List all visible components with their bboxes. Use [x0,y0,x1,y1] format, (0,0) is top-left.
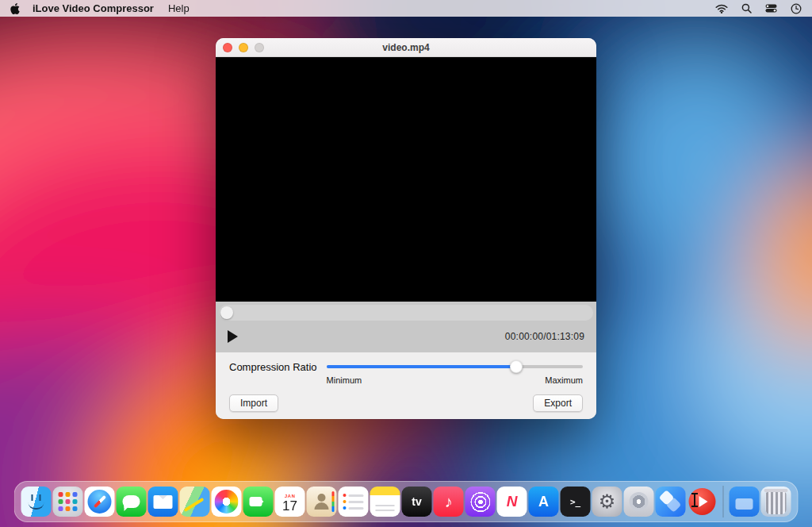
seek-bar[interactable] [219,305,593,321]
dock-podcasts-icon[interactable] [465,487,496,517]
import-button[interactable]: Import [229,394,278,412]
play-button[interactable] [228,330,238,343]
traffic-lights [216,43,264,52]
transport-row: 00:00:00/01:13:09 [216,321,596,352]
slider-labels: Minimum Maximum [327,375,583,385]
dock-messages-icon[interactable] [117,487,147,517]
person-silhouette-icon [318,494,326,502]
slider-max-label: Maximum [545,375,583,385]
menu-help[interactable]: Help [168,2,190,14]
compression-ratio-label: Compression Ratio [229,361,317,373]
dock-separator [723,486,724,517]
dock-terminal-icon[interactable]: >_ [561,487,591,517]
dock-notes-icon[interactable] [370,487,400,517]
video-camera-icon [250,497,262,506]
podcast-waves-icon [469,491,491,513]
compass-icon [88,490,112,514]
close-button[interactable] [223,43,232,52]
dock-news-icon[interactable]: N [497,487,527,517]
calendar-day: 17 [282,499,297,513]
app-window: video.mp4 00:00:00/01:13:09 Compression … [216,38,596,419]
dock-photos-icon[interactable] [212,487,242,517]
slider-min-label: Minimum [327,375,362,385]
clock-icon[interactable] [791,3,802,14]
trash-can-icon [766,492,787,514]
pinwheel-icon [215,490,239,514]
dock-video-compressor-icon[interactable] [688,487,718,517]
dock-preview-icon[interactable] [656,487,686,517]
menu-bar-status-area [715,3,802,14]
app-menu-title[interactable]: iLove Video Compressor [33,2,154,14]
slider-fill [327,365,516,368]
player-controls: 00:00:00/01:13:09 [216,302,596,352]
launchpad-grid [59,492,78,511]
calendar-month: JAN [285,494,296,498]
window-title: video.mp4 [216,42,596,53]
speech-bubble-icon [123,495,140,508]
seek-thumb[interactable] [220,306,233,319]
dock-trash-icon[interactable] [761,487,791,517]
export-button[interactable]: Export [533,394,583,412]
dock-disk-utility-icon[interactable] [624,487,654,517]
disk-icon [630,492,649,511]
compression-panel: Compression Ratio Minimum Maximum Import… [216,352,596,419]
dock-app-store-icon[interactable]: A [529,487,559,517]
dock-safari-icon[interactable] [85,487,115,517]
zoom-button[interactable] [255,43,264,52]
minimize-button[interactable] [239,43,248,52]
window-titlebar[interactable]: video.mp4 [216,38,596,57]
dock-facetime-icon[interactable] [243,487,274,517]
slider-thumb[interactable] [510,360,523,373]
control-center-icon[interactable] [765,4,777,13]
dock: JAN 17 tv ♪ N A >_ ⚙ [14,481,799,522]
video-preview [216,57,596,302]
time-display: 00:00:00/01:13:09 [505,331,584,342]
menu-bar: iLove Video Compressor Help [0,0,812,17]
dock-launchpad-icon[interactable] [53,487,83,517]
cursor-ibeam [694,493,695,507]
dock-music-icon[interactable]: ♪ [434,487,464,517]
dock-system-preferences-icon[interactable]: ⚙ [592,487,622,517]
apple-menu[interactable] [10,3,20,14]
dock-mail-icon[interactable] [148,487,178,517]
dock-contacts-icon[interactable] [307,487,337,517]
dock-calendar-icon[interactable]: JAN 17 [275,487,305,517]
dock-maps-icon[interactable] [180,487,210,517]
search-icon[interactable] [741,3,752,13]
compression-slider[interactable] [327,360,583,373]
envelope-icon [154,495,173,509]
dock-finder-icon[interactable] [21,487,52,517]
dock-downloads-folder-icon[interactable] [730,487,760,517]
dock-apple-tv-icon[interactable]: tv [402,487,432,517]
wifi-icon[interactable] [715,4,728,13]
dock-reminders-icon[interactable] [339,487,369,517]
